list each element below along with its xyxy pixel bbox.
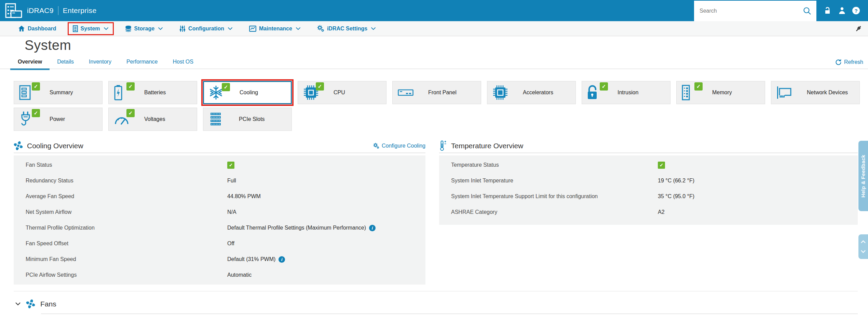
chevron-down-icon (371, 27, 376, 30)
tile-batteries[interactable]: ✓ Batteries (108, 81, 197, 104)
refresh-icon (835, 59, 842, 65)
accelerator-chip-icon (492, 85, 508, 100)
fans-title: Fans (40, 300, 56, 308)
padlock-icon (587, 85, 599, 100)
check-badge: ✓ (32, 109, 40, 117)
pin-icon[interactable] (854, 25, 863, 33)
row-label: Average Fan Speed (14, 193, 227, 200)
fans-top-separator (14, 291, 858, 291)
scroll-up-icon[interactable] (860, 240, 866, 244)
tile-voltages[interactable]: ✓ Voltages (108, 108, 197, 131)
help-icon[interactable]: ? (852, 7, 860, 14)
fan-icon (26, 299, 35, 308)
page-title: System (25, 38, 71, 53)
chevron-down-icon (104, 27, 109, 30)
table-row: Redundancy Status Full (14, 173, 425, 189)
table-row: System Inlet Temperature Support Limit f… (439, 189, 858, 204)
row-value: Full (227, 178, 236, 184)
nav-maintenance[interactable]: Maintenance (244, 23, 306, 35)
tile-memory[interactable]: ✓ Memory (676, 81, 765, 104)
tile-pcie-slots[interactable]: PCIe Slots (203, 108, 292, 131)
help-feedback-tab[interactable]: Help & Feedback (858, 141, 868, 211)
tile-label: Accelerators (523, 90, 553, 96)
check-badge: ✓ (316, 82, 324, 91)
fans-section-header[interactable]: Fans (15, 299, 56, 308)
row-value: Off (227, 241, 234, 247)
row-label: Thermal Profile Optimization (14, 225, 227, 231)
collapse-chevron-icon[interactable] (15, 302, 21, 306)
nav-system[interactable]: System (68, 22, 114, 35)
table-row: Fan Status ✓ (14, 157, 425, 173)
row-label: System Inlet Temperature (439, 178, 658, 184)
tile-front-panel[interactable]: Front Panel (392, 81, 481, 104)
header-right: ? (694, 0, 868, 21)
table-row: Minimum Fan Speed Default (31% PWM)i (14, 251, 425, 267)
row-value: Automatic (227, 272, 252, 278)
top-header-bar: iDRAC9 Enterprise ? (0, 0, 868, 21)
server-icon (73, 25, 78, 32)
temperature-overview-panel: Temperature Status ✓ System Inlet Temper… (439, 155, 858, 225)
scroll-down-icon[interactable] (860, 250, 866, 253)
tile-label: PCIe Slots (239, 116, 265, 122)
refresh-label: Refresh (844, 59, 863, 65)
tile-label: Cooling (240, 90, 258, 96)
check-badge: ✓ (600, 82, 608, 91)
chart-icon (249, 26, 256, 32)
help-feedback-label: Help & Feedback (860, 154, 866, 197)
cooling-overview-panel: Fan Status ✓ Redundancy Status Full Aver… (14, 155, 425, 285)
section-title: Cooling Overview (27, 142, 83, 150)
row-label: Temperature Status (439, 162, 658, 168)
info-icon[interactable]: i (369, 225, 376, 231)
summary-icon (19, 85, 31, 100)
nav-storage[interactable]: Storage (120, 22, 168, 35)
tile-cooling[interactable]: ✓ Cooling (203, 81, 292, 104)
fans-underline (41, 314, 858, 314)
tile-power[interactable]: ✓ Power (14, 108, 103, 131)
info-icon[interactable]: i (279, 256, 285, 263)
brand-name: iDRAC9 (27, 6, 54, 15)
refresh-button[interactable]: Refresh (835, 59, 863, 65)
memory-icon (682, 85, 690, 100)
header-icons: ? (816, 6, 868, 15)
tile-cpu[interactable]: ✓ CPU (298, 81, 386, 104)
row-label: Fan Speed Offset (14, 241, 227, 247)
chevron-down-icon (296, 27, 301, 30)
configure-cooling-link[interactable]: Configure Cooling (373, 143, 425, 149)
check-badge: ✓ (32, 82, 40, 91)
section-title: Temperature Overview (451, 142, 523, 150)
main-nav: Dashboard System Storage Configuratio (0, 21, 868, 36)
idrac-app: iDRAC9 Enterprise ? (0, 0, 868, 316)
network-card-icon (776, 86, 792, 99)
page-scroll-buttons (858, 234, 868, 259)
row-label: Redundancy Status (14, 178, 227, 184)
table-row: Net System Airflow N/A (14, 204, 425, 220)
tile-summary[interactable]: ✓ Summary (14, 81, 103, 104)
tile-accelerators[interactable]: Accelerators (487, 81, 576, 104)
nav-dashboard[interactable]: Dashboard (13, 22, 62, 35)
chevron-down-icon (228, 27, 233, 30)
brand-edition: Enterprise (63, 6, 97, 15)
pcie-slots-icon (208, 112, 223, 126)
tabs-separator (0, 69, 868, 69)
tile-intrusion[interactable]: ✓ Intrusion (582, 81, 670, 104)
fan-icon (14, 141, 23, 150)
configure-cooling-label: Configure Cooling (382, 143, 425, 149)
storage-icon (125, 25, 132, 32)
gears-icon (373, 143, 379, 149)
check-badge: ✓ (222, 83, 230, 91)
nav-label: System (81, 26, 100, 32)
check-badge: ✓ (126, 82, 135, 91)
table-row: ASHRAE Category A2 (439, 204, 858, 220)
search-icon[interactable] (803, 6, 812, 15)
gear-icon (317, 25, 324, 32)
user-icon[interactable] (838, 6, 846, 15)
search-box[interactable] (694, 1, 816, 21)
tile-grid: ✓ Summary ✓ Batteries ✓ Cooling ✓ CPU (14, 81, 863, 131)
row-label: ASHRAE Category (439, 209, 658, 215)
nav-idrac-settings[interactable]: iDRAC Settings (312, 22, 381, 35)
row-label: System Inlet Temperature Support Limit f… (439, 193, 658, 200)
search-input[interactable] (699, 8, 803, 14)
lock-icon[interactable] (823, 6, 832, 15)
tile-network-devices[interactable]: Network Devices (771, 81, 860, 104)
nav-configuration[interactable]: Configuration (174, 22, 238, 35)
